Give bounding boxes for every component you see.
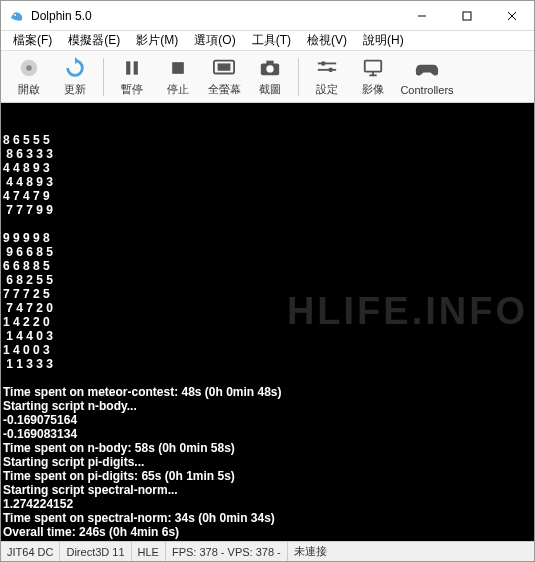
- menu-view[interactable]: 檢視(V): [299, 30, 355, 51]
- menu-options[interactable]: 選項(O): [186, 30, 243, 51]
- stop-icon: [166, 56, 190, 80]
- console-output: 8 6 5 5 5 8 6 3 3 3 4 4 8 9 3 4 4 8 9 3 …: [1, 103, 534, 541]
- graphics-button[interactable]: 影像: [351, 53, 395, 101]
- menu-tools[interactable]: 工具(T): [244, 30, 299, 51]
- svg-rect-7: [126, 61, 130, 74]
- pause-label: 暫停: [121, 82, 143, 97]
- screenshot-button[interactable]: 截圖: [248, 53, 292, 101]
- screenshot-label: 截圖: [259, 82, 281, 97]
- controllers-label: Controllers: [400, 84, 453, 96]
- maximize-button[interactable]: [444, 1, 489, 30]
- app-icon: [9, 8, 25, 24]
- svg-rect-2: [463, 12, 471, 20]
- svg-point-0: [14, 14, 16, 16]
- fullscreen-label: 全螢幕: [208, 82, 241, 97]
- monitor-icon: [361, 56, 385, 80]
- menu-help[interactable]: 說明(H): [355, 30, 412, 51]
- toolbar: 開啟 更新 暫停 停止 全螢幕 截圖 設定 影像 Controllers: [1, 51, 534, 103]
- svg-rect-13: [266, 61, 273, 65]
- open-label: 開啟: [18, 82, 40, 97]
- window-title: Dolphin 5.0: [31, 9, 399, 23]
- svg-rect-8: [134, 61, 138, 74]
- minimize-button[interactable]: [399, 1, 444, 30]
- fullscreen-icon: [212, 56, 236, 80]
- open-icon: [17, 56, 41, 80]
- svg-rect-9: [172, 62, 184, 74]
- svg-point-18: [328, 68, 333, 73]
- status-bar: JIT64 DC Direct3D 11 HLE FPS: 378 - VPS:…: [1, 541, 534, 561]
- sliders-icon: [315, 56, 339, 80]
- pause-button[interactable]: 暫停: [110, 53, 154, 101]
- console-text: 8 6 5 5 5 8 6 3 3 3 4 4 8 9 3 4 4 8 9 3 …: [3, 133, 534, 539]
- toolbar-separator: [298, 58, 299, 96]
- status-backend: Direct3D 11: [60, 542, 131, 561]
- fullscreen-button[interactable]: 全螢幕: [202, 53, 246, 101]
- settings-button[interactable]: 設定: [305, 53, 349, 101]
- toolbar-separator: [103, 58, 104, 96]
- svg-rect-11: [218, 63, 231, 70]
- open-button[interactable]: 開啟: [7, 53, 51, 101]
- settings-label: 設定: [316, 82, 338, 97]
- stop-label: 停止: [167, 82, 189, 97]
- status-fps: FPS: 378 - VPS: 378 -: [166, 542, 288, 561]
- stop-button[interactable]: 停止: [156, 53, 200, 101]
- gamepad-icon: [415, 58, 439, 82]
- menu-emulator[interactable]: 模擬器(E): [60, 30, 128, 51]
- graphics-label: 影像: [362, 82, 384, 97]
- refresh-button[interactable]: 更新: [53, 53, 97, 101]
- menu-movie[interactable]: 影片(M): [128, 30, 186, 51]
- close-button[interactable]: [489, 1, 534, 30]
- svg-point-16: [321, 61, 326, 66]
- camera-icon: [258, 56, 282, 80]
- status-hle: HLE: [132, 542, 166, 561]
- svg-rect-19: [365, 61, 382, 72]
- svg-point-6: [26, 65, 32, 71]
- controllers-button[interactable]: Controllers: [397, 53, 457, 101]
- status-connection: 未連接: [288, 542, 333, 561]
- title-bar: Dolphin 5.0: [1, 1, 534, 31]
- menu-bar: 檔案(F) 模擬器(E) 影片(M) 選項(O) 工具(T) 檢視(V) 說明(…: [1, 31, 534, 51]
- status-jit: JIT64 DC: [1, 542, 60, 561]
- pause-icon: [120, 56, 144, 80]
- menu-file[interactable]: 檔案(F): [5, 30, 60, 51]
- svg-point-14: [266, 65, 273, 72]
- refresh-label: 更新: [64, 82, 86, 97]
- refresh-icon: [63, 56, 87, 80]
